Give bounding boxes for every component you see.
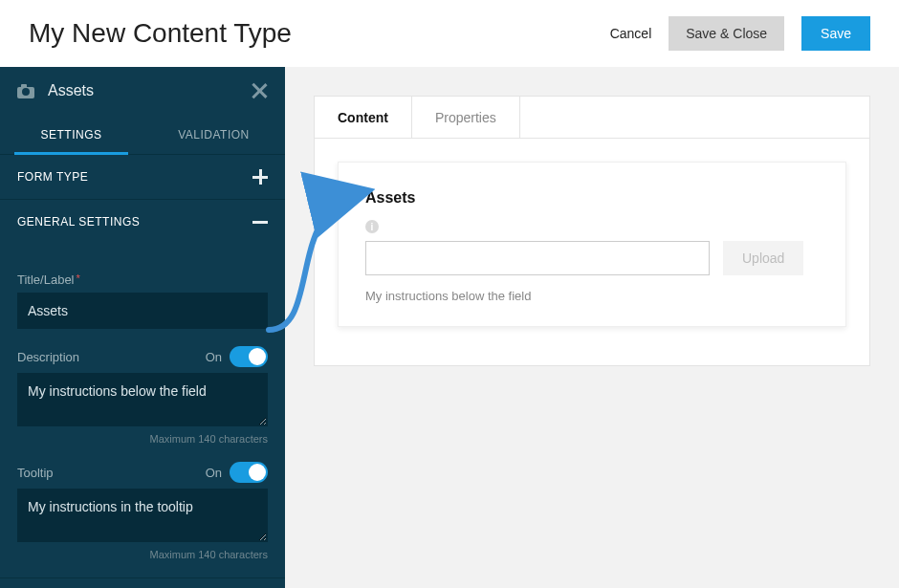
section-general-settings: GENERAL SETTINGS Title/Label* Descriptio… — [0, 200, 285, 578]
tab-validation[interactable]: VALIDATION — [143, 115, 285, 154]
info-icon[interactable]: i — [365, 220, 379, 233]
description-toggle-state: On — [206, 350, 222, 364]
tooltip-toggle[interactable] — [230, 462, 268, 483]
description-label: Description — [17, 350, 79, 364]
upload-button[interactable]: Upload — [723, 241, 803, 275]
tooltip-hint: Maximum 140 characters — [17, 549, 268, 560]
form-type-label: FORM TYPE — [17, 170, 88, 184]
section-form-type-header[interactable]: FORM TYPE — [0, 155, 285, 199]
sidebar-header: Assets — [0, 67, 285, 115]
top-bar: My New Content Type Cancel Save & Close … — [0, 0, 899, 67]
save-close-button[interactable]: Save & Close — [669, 16, 784, 51]
description-hint: Maximum 140 characters — [17, 433, 268, 445]
tooltip-toggle-state: On — [206, 466, 222, 480]
top-actions: Cancel Save & Close Save — [610, 16, 870, 51]
tab-content[interactable]: Content — [315, 97, 412, 138]
cancel-button[interactable]: Cancel — [610, 26, 652, 41]
panel-tabs: Content Properties — [315, 97, 869, 139]
sidebar: Assets SETTINGS VALIDATION FORM TYPE GEN… — [0, 67, 285, 588]
camera-icon — [17, 84, 34, 98]
tab-settings[interactable]: SETTINGS — [0, 115, 143, 154]
tab-properties[interactable]: Properties — [412, 97, 520, 138]
workarea: Content Properties Assets i Upload My in… — [285, 67, 899, 588]
section-form-type: FORM TYPE — [0, 155, 285, 200]
title-input[interactable] — [17, 293, 268, 329]
below-field-text: My instructions below the field — [365, 289, 819, 303]
save-button[interactable]: Save — [801, 16, 870, 51]
tooltip-label: Tooltip — [17, 466, 54, 480]
title-label: Title/Label* — [17, 272, 268, 287]
asset-field[interactable] — [365, 241, 710, 275]
minus-icon — [252, 214, 268, 229]
page-title: My New Content Type — [29, 18, 610, 49]
sidebar-title: Assets — [48, 82, 251, 99]
tooltip-textarea[interactable] — [17, 489, 268, 542]
description-toggle[interactable] — [230, 346, 268, 367]
required-star: * — [77, 272, 80, 284]
sidebar-tabs: SETTINGS VALIDATION — [0, 115, 285, 155]
preview-panel: Content Properties Assets i Upload My in… — [314, 96, 870, 366]
close-icon[interactable] — [251, 82, 268, 99]
plus-icon — [252, 169, 268, 185]
section-general-header[interactable]: GENERAL SETTINGS — [0, 200, 285, 244]
general-settings-label: GENERAL SETTINGS — [17, 215, 140, 229]
general-settings-body: Title/Label* Description On Maximum 140 … — [0, 244, 285, 577]
assets-card: Assets i Upload My instructions below th… — [338, 162, 846, 327]
description-textarea[interactable] — [17, 373, 268, 426]
card-title: Assets — [365, 189, 819, 207]
